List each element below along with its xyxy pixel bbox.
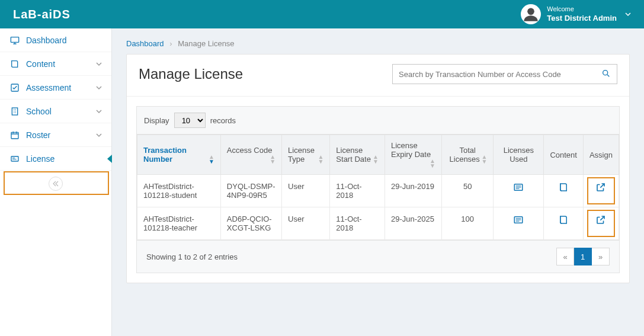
pager-prev-button[interactable]: « xyxy=(556,248,574,265)
book-icon xyxy=(558,215,569,225)
avatar xyxy=(521,4,541,24)
col-assign: Assign xyxy=(583,135,619,175)
cell-start: 11-Oct-2018 xyxy=(330,207,385,240)
svg-point-0 xyxy=(527,8,534,15)
chevron-down-icon xyxy=(96,59,102,69)
col-expiry-date[interactable]: License Expiry Date▲▼ xyxy=(385,135,442,175)
sidebar-item-label: Roster xyxy=(26,130,90,140)
breadcrumb-root[interactable]: Dashboard xyxy=(126,39,164,48)
content-button[interactable] xyxy=(544,175,584,207)
display-label-post: records xyxy=(210,116,236,125)
cell-total: 50 xyxy=(441,175,494,207)
calendar-icon xyxy=(9,130,20,140)
svg-rect-4 xyxy=(11,132,18,139)
table-row: AHTestDistrict-101218-student DYQL-DSMP-… xyxy=(137,175,619,207)
svg-rect-5 xyxy=(11,156,18,161)
licenses-used-button[interactable] xyxy=(494,175,544,207)
col-access-code[interactable]: Access Code▲▼ xyxy=(220,135,281,175)
breadcrumb-separator: › xyxy=(169,39,172,48)
col-used: Licenses Used xyxy=(494,135,544,175)
pager-page-button[interactable]: 1 xyxy=(574,248,592,265)
col-total[interactable]: Total Licenses▲▼ xyxy=(441,135,494,175)
col-start-date[interactable]: License Start Date▲▼ xyxy=(330,135,385,175)
sidebar-item-label: Dashboard xyxy=(26,36,102,45)
sidebar-item-school[interactable]: School xyxy=(0,100,111,123)
sidebar-item-label: Content xyxy=(26,59,90,69)
assign-button[interactable] xyxy=(583,175,619,207)
cell-expiry: 29-Jun-2025 xyxy=(385,207,442,240)
cell-access-code: AD6P-QCIO-XCGT-LSKG xyxy=(220,207,281,240)
building-icon xyxy=(9,107,20,116)
cell-license-type: User xyxy=(282,207,330,240)
book-icon xyxy=(9,59,20,69)
sidebar: Dashboard Content Assessment School Rost… xyxy=(0,28,112,336)
monitor-icon xyxy=(9,36,20,45)
panel: Manage License Display 10 records xyxy=(126,54,630,283)
chevron-down-icon xyxy=(96,107,102,116)
highlight-box xyxy=(587,210,615,237)
cell-start: 11-Oct-2018 xyxy=(330,175,385,207)
col-transaction[interactable]: Transaction Number▲▼ xyxy=(137,135,221,175)
sidebar-item-assessment[interactable]: Assessment xyxy=(0,76,111,100)
search-icon[interactable] xyxy=(601,69,611,80)
content-area: Dashboard › Manage License Manage Licens… xyxy=(112,28,644,336)
topbar: LaB-aiDS Welcome Test District Admin xyxy=(0,0,644,28)
cell-total: 100 xyxy=(441,207,494,240)
table-wrap: Display 10 records Transaction Number▲▼ … xyxy=(136,106,620,273)
card-icon xyxy=(9,154,20,164)
display-label-pre: Display xyxy=(144,116,169,125)
brand-logo: LaB-aiDS xyxy=(13,8,71,21)
svg-point-6 xyxy=(603,70,608,75)
search-box[interactable] xyxy=(392,64,617,84)
chevron-left-double-icon xyxy=(53,181,59,187)
username: Test District Admin xyxy=(547,14,617,24)
table-footer: Showing 1 to 2 of 2 entries « 1 » xyxy=(137,240,619,273)
chevron-down-icon xyxy=(625,9,631,19)
cell-transaction: AHTestDistrict-101218-student xyxy=(137,175,221,207)
book-icon xyxy=(558,182,569,193)
license-table: Transaction Number▲▼ Access Code▲▼ Licen… xyxy=(137,135,619,240)
col-content: Content xyxy=(544,135,584,175)
user-menu[interactable]: Welcome Test District Admin xyxy=(521,4,631,24)
cell-expiry: 29-Jun-2019 xyxy=(385,175,442,207)
sidebar-collapse-button[interactable] xyxy=(49,177,63,191)
chevron-down-icon xyxy=(96,83,102,92)
search-input[interactable] xyxy=(399,70,601,79)
display-row: Display 10 records xyxy=(137,107,619,135)
user-text: Welcome Test District Admin xyxy=(547,5,617,23)
check-icon xyxy=(9,83,20,92)
highlight-box xyxy=(587,177,615,204)
cell-access-code: DYQL-DSMP-4NP9-09R5 xyxy=(220,175,281,207)
table-row: AHTestDistrict-101218-teacher AD6P-QCIO-… xyxy=(137,207,619,240)
svg-rect-1 xyxy=(11,37,18,42)
brand-text: LaB-aiDS xyxy=(13,8,71,21)
sidebar-item-label: School xyxy=(26,107,90,116)
active-indicator-icon xyxy=(107,155,112,163)
svg-rect-3 xyxy=(12,108,17,115)
sidebar-item-roster[interactable]: Roster xyxy=(0,123,111,147)
welcome-label: Welcome xyxy=(547,5,617,13)
sidebar-item-label: License xyxy=(26,154,102,164)
display-records-select[interactable]: 10 xyxy=(174,113,206,128)
sidebar-item-dashboard[interactable]: Dashboard xyxy=(0,28,111,52)
breadcrumb: Dashboard › Manage License xyxy=(126,39,630,48)
pager: « 1 » xyxy=(556,248,610,265)
sidebar-item-license[interactable]: License xyxy=(0,147,111,171)
page-title: Manage License xyxy=(139,66,243,82)
content-button[interactable] xyxy=(544,207,584,240)
licenses-used-button[interactable] xyxy=(494,207,544,240)
cell-transaction: AHTestDistrict-101218-teacher xyxy=(137,207,221,240)
sidebar-item-content[interactable]: Content xyxy=(0,52,111,76)
list-icon xyxy=(513,215,524,225)
assign-button[interactable] xyxy=(583,207,619,240)
col-license-type[interactable]: License Type▲▼ xyxy=(282,135,330,175)
panel-header: Manage License xyxy=(127,55,629,97)
breadcrumb-current: Manage License xyxy=(178,39,234,48)
list-icon xyxy=(513,182,524,193)
pager-next-button[interactable]: » xyxy=(592,248,610,265)
user-icon xyxy=(523,6,539,23)
sidebar-item-label: Assessment xyxy=(26,83,90,92)
entries-info: Showing 1 to 2 of 2 entries xyxy=(146,252,238,261)
cell-license-type: User xyxy=(282,175,330,207)
chevron-down-icon xyxy=(96,130,102,140)
